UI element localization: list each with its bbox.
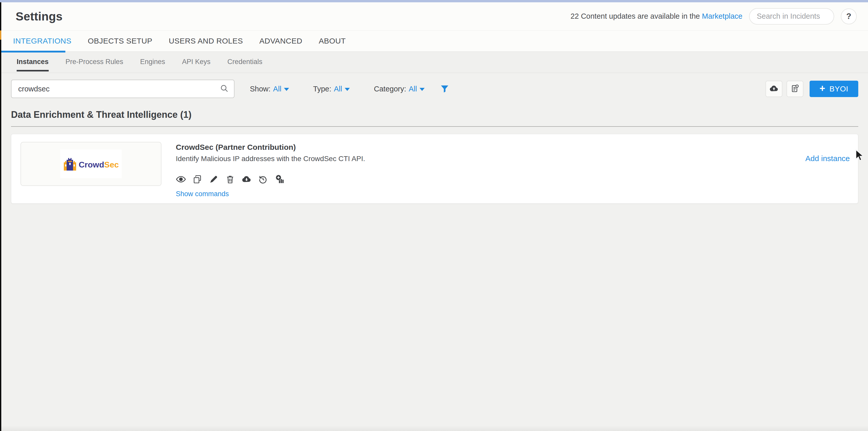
type-filter-value: All [334, 85, 342, 93]
window-top-edge [0, 0, 868, 2]
bottom-edge-fade [0, 425, 868, 431]
integration-card: CrowdSec CrowdSec (Partner Contribution)… [11, 134, 858, 204]
subtab-api-keys[interactable]: API Keys [182, 58, 210, 71]
subtab-pre-process-rules[interactable]: Pre-Process Rules [66, 58, 123, 71]
download-icon[interactable] [241, 174, 252, 185]
toolbar: Show: All Type: All Category: All [11, 80, 858, 98]
view-icon[interactable] [176, 174, 186, 185]
chevron-down-icon [284, 88, 289, 91]
settings-page: Settings 22 Content updates are availabl… [1, 2, 868, 431]
show-filter-value: All [273, 85, 281, 93]
tab-users-and-roles[interactable]: USERS AND ROLES [169, 37, 243, 45]
integration-logo-tile: CrowdSec [21, 142, 161, 186]
type-filter-label: Type: [313, 85, 331, 93]
add-instance-link[interactable]: Add instance [805, 154, 850, 163]
content-updates-text: 22 Content updates are available in the [570, 12, 700, 20]
global-search-input[interactable] [757, 12, 827, 21]
toolbar-right: + BYOI [766, 81, 858, 97]
sub-tab-bar: Instances Pre-Process Rules Engines API … [1, 52, 868, 73]
show-commands-link[interactable]: Show commands [176, 190, 229, 198]
clone-icon[interactable] [192, 174, 203, 185]
subtab-instances[interactable]: Instances [17, 58, 49, 71]
show-filter-label: Show: [250, 85, 271, 93]
add-metrics-icon[interactable] [274, 174, 284, 185]
subtab-engines[interactable]: Engines [140, 58, 165, 71]
crowdsec-logo: CrowdSec [60, 150, 122, 178]
instances-content: Show: All Type: All Category: All [1, 73, 868, 204]
category-filter[interactable]: Category: All [374, 85, 425, 93]
left-edge-orange-marker [0, 31, 1, 40]
byoi-button-label: BYOI [830, 85, 848, 93]
tab-about[interactable]: ABOUT [319, 37, 346, 45]
main-tab-bar: INTEGRATIONS OBJECTS SETUP USERS AND ROL… [1, 31, 868, 52]
header-right: 22 Content updates are available in the … [570, 8, 857, 25]
question-mark-icon: ? [846, 11, 851, 21]
page-title: Settings [16, 9, 63, 23]
window-left-edge [0, 2, 1, 431]
edit-icon[interactable] [209, 174, 219, 185]
integration-search-box[interactable] [11, 80, 235, 98]
tab-objects-setup[interactable]: OBJECTS SETUP [88, 37, 153, 45]
instances-report-button[interactable] [786, 81, 803, 97]
filter-group: Show: All Type: All Category: All [250, 85, 425, 93]
instances-report-icon [790, 84, 800, 94]
category-section-title: Data Enrichment & Threat Intelligence (1… [11, 109, 858, 120]
integration-info: CrowdSec (Partner Contribution) Identify… [176, 142, 365, 196]
marketplace-link[interactable]: Marketplace [702, 12, 742, 20]
upload-integration-button[interactable] [766, 81, 782, 97]
integration-actions [176, 174, 365, 185]
category-filter-label: Category: [374, 85, 406, 93]
global-search[interactable] [749, 8, 834, 25]
help-button[interactable]: ? [841, 8, 857, 24]
chevron-down-icon [345, 88, 350, 91]
tab-integrations[interactable]: INTEGRATIONS [13, 37, 71, 45]
integration-description: Identify Malicious IP addresses with the… [176, 155, 365, 163]
type-filter[interactable]: Type: All [313, 85, 350, 93]
show-filter[interactable]: Show: All [250, 85, 289, 93]
magnifier-icon [220, 84, 229, 94]
category-filter-value: All [409, 85, 417, 93]
svg-text:CrowdSec: CrowdSec [79, 160, 119, 169]
byoi-button[interactable]: + BYOI [810, 81, 858, 97]
chevron-down-icon [420, 88, 425, 91]
active-tab-underline [1, 51, 65, 53]
tab-advanced[interactable]: ADVANCED [259, 37, 302, 45]
funnel-icon[interactable] [439, 84, 450, 94]
cloud-upload-icon [769, 84, 779, 94]
content-updates-banner: 22 Content updates are available in the … [570, 12, 742, 21]
subtab-credentials[interactable]: Credentials [227, 58, 262, 71]
crowdsec-castle-glyph [64, 158, 76, 171]
version-history-icon[interactable] [258, 174, 268, 185]
delete-icon[interactable] [225, 174, 235, 185]
page-header: Settings 22 Content updates are availabl… [1, 2, 868, 31]
section-divider [11, 126, 858, 127]
integration-name: CrowdSec (Partner Contribution) [176, 143, 365, 152]
integration-search-input[interactable] [18, 85, 220, 93]
